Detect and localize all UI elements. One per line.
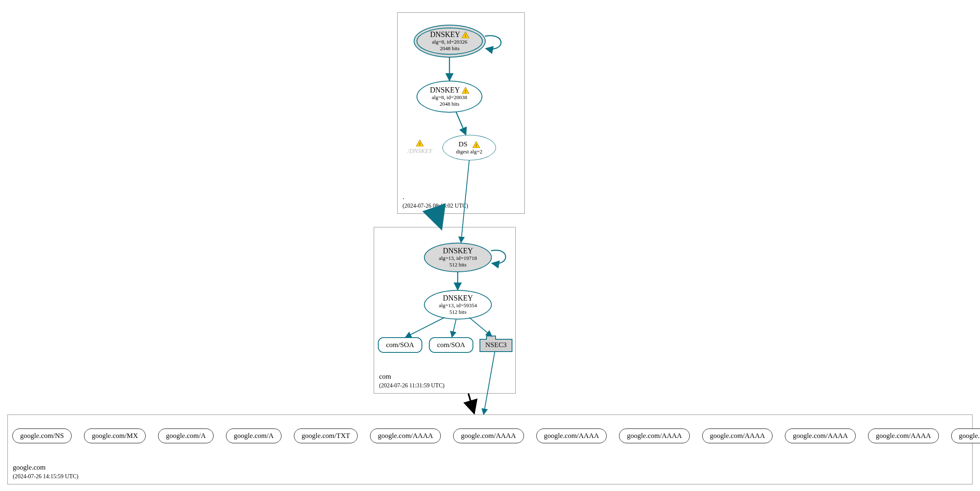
zone-domain: google.com (2024-07-26 14:15:59 UTC) <box>7 415 973 484</box>
record-pill[interactable]: google.com/AAAA <box>868 428 939 443</box>
root-ds-node[interactable]: DS ! digest alg=2 <box>442 135 496 160</box>
record-pill[interactable]: google.com/A <box>158 428 214 443</box>
record-pill[interactable]: google.com/TXT <box>294 428 358 443</box>
svg-text:!: ! <box>465 89 466 94</box>
root-zsk-node[interactable]: DNSKEY! alg=8, id=20038 2048 bits <box>417 81 482 113</box>
com-soa1-label: com/SOA <box>386 341 414 349</box>
com-zsk-alg: alg=13, id=59354 <box>439 302 477 309</box>
zone-domain-timestamp: (2024-07-26 14:15:59 UTC) <box>13 473 78 480</box>
root-ksk-bits: 2048 bits <box>440 45 459 52</box>
warning-icon: ! <box>462 32 469 38</box>
root-ds-digest: digest alg=2 <box>456 148 482 155</box>
root-zsk-bits: 2048 bits <box>440 101 459 107</box>
com-zsk-node[interactable]: DNSKEY alg=13, id=59354 512 bits <box>424 290 492 320</box>
com-zsk-bits: 512 bits <box>449 309 467 315</box>
com-soa1-node[interactable]: com/SOA <box>378 337 422 353</box>
zone-com-label: com <box>379 373 391 381</box>
com-soa2-label: com/SOA <box>437 341 465 349</box>
record-pill[interactable]: google.com/NS <box>12 428 72 443</box>
nsec3-tab <box>486 336 496 340</box>
record-pill[interactable]: google.com/A <box>226 428 282 443</box>
root-ksk-alg: alg=8, id=20326 <box>432 39 467 45</box>
warning-icon: ! <box>416 140 424 146</box>
svg-text:!: ! <box>475 143 477 148</box>
record-pill[interactable]: google.com/AAAA <box>702 428 773 443</box>
root-faded-dnskey: ! /DNSKEY <box>407 140 432 155</box>
zone-com-timestamp: (2024-07-26 11:31:59 UTC) <box>379 382 445 389</box>
record-pill[interactable]: google.com/AAAA <box>619 428 690 443</box>
record-pill-row: google.com/NSgoogle.com/MXgoogle.com/Ago… <box>12 428 980 443</box>
root-faded-label: /DNSKEY <box>407 148 432 154</box>
com-zsk-title: DNSKEY <box>443 294 473 303</box>
record-pill[interactable]: google.com/AAAA <box>951 428 980 443</box>
zone-domain-label: google.com <box>13 463 46 472</box>
record-pill[interactable]: google.com/MX <box>84 428 146 443</box>
root-ksk-node[interactable]: DNSKEY! alg=8, id=20326 2048 bits <box>414 25 486 58</box>
com-ksk-title: DNSKEY <box>443 247 473 255</box>
root-ds-title: DS <box>459 140 468 148</box>
com-ksk-node[interactable]: DNSKEY alg=13, id=19718 512 bits <box>424 243 492 272</box>
svg-text:!: ! <box>419 141 421 146</box>
svg-text:!: ! <box>465 33 466 38</box>
root-ksk-title: DNSKEY <box>430 30 460 39</box>
record-pill[interactable]: google.com/AAAA <box>453 428 524 443</box>
root-zsk-title: DNSKEY <box>430 86 460 94</box>
record-pill[interactable]: google.com/AAAA <box>370 428 441 443</box>
zone-root-label: . <box>403 193 404 201</box>
com-ksk-bits: 512 bits <box>449 262 467 268</box>
warning-icon: ! <box>473 141 480 148</box>
record-pill[interactable]: google.com/AAAA <box>785 428 856 443</box>
com-ksk-alg: alg=13, id=19718 <box>439 255 477 262</box>
com-nsec3-label: NSEC3 <box>480 340 512 348</box>
com-nsec3-node[interactable]: NSEC3 <box>480 339 512 352</box>
record-pill[interactable]: google.com/AAAA <box>536 428 607 443</box>
warning-icon: ! <box>462 87 469 94</box>
zone-root-timestamp: (2024-07-26 08:13:02 UTC) <box>403 203 468 209</box>
root-zsk-alg: alg=8, id=20038 <box>432 94 467 101</box>
com-soa2-node[interactable]: com/SOA <box>429 337 473 353</box>
